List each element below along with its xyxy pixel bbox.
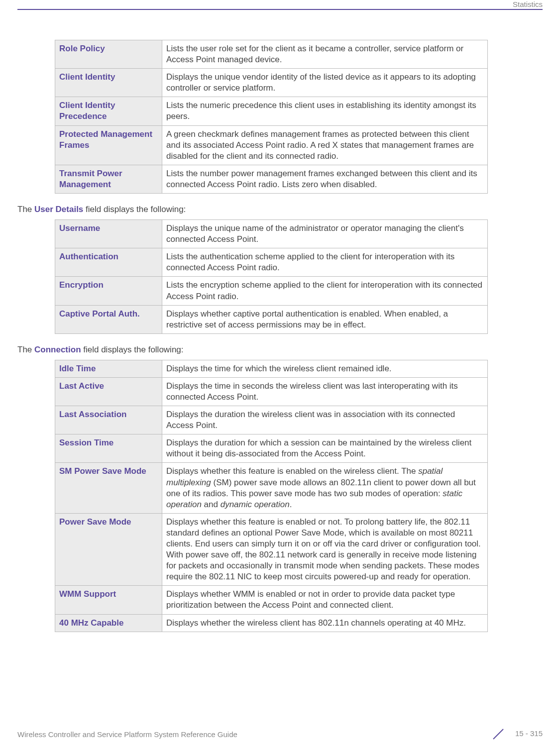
section-connection-intro: The Connection field displays the follow… (17, 345, 543, 355)
svg-line-0 (493, 729, 503, 739)
footer-right-group: 15 - 315 (489, 727, 543, 741)
desc-cell: Displays whether WMM is enabled or not i… (162, 586, 488, 614)
table-row: Last ActiveDisplays the time in seconds … (55, 377, 488, 406)
section2-prefix: The (17, 345, 34, 354)
page-content: Role PolicyLists the user role set for t… (17, 40, 543, 642)
term-cell: Encryption (55, 277, 162, 305)
desc-cell: Lists the encryption scheme applied to t… (162, 277, 488, 305)
term-cell: Last Association (55, 406, 162, 434)
desc-cell: Lists the numeric precedence this client… (162, 97, 488, 125)
term-cell: Role Policy (55, 40, 162, 69)
table-row: Role PolicyLists the user role set for t… (55, 40, 488, 69)
desc-cell: Lists the authentication scheme applied … (162, 248, 488, 277)
term-cell: 40 MHz Capable (55, 614, 162, 632)
term-cell: Client Identity Precedence (55, 97, 162, 125)
footer-page-number: 15 - 315 (515, 729, 543, 738)
footer-left: Wireless Controller and Service Platform… (17, 730, 237, 739)
table-row: EncryptionLists the encryption scheme ap… (55, 277, 488, 305)
table-row: Idle TimeDisplays the time for which the… (55, 360, 488, 377)
slash-icon (489, 727, 507, 741)
desc-cell: Displays whether captive portal authenti… (162, 305, 488, 333)
term-cell: Protected Management Frames (55, 125, 162, 165)
table-row: 40 MHz CapableDisplays whether the wirel… (55, 614, 488, 632)
desc-cell: A green checkmark defines management fra… (162, 125, 488, 165)
header-rule (17, 9, 543, 10)
section1-prefix: The (17, 205, 34, 214)
table-row: Captive Portal Auth.Displays whether cap… (55, 305, 488, 333)
desc-cell: Lists the number power management frames… (162, 165, 488, 193)
table1-body: Role PolicyLists the user role set for t… (55, 40, 488, 194)
term-cell: Username (55, 220, 162, 248)
term-cell: Power Save Mode (55, 513, 162, 586)
section1-suffix: field displays the following: (83, 205, 186, 214)
term-cell: Idle Time (55, 360, 162, 377)
table-connection: Idle TimeDisplays the time for which the… (55, 360, 488, 632)
section1-bold: User Details (34, 205, 83, 214)
table-row: AuthenticationLists the authentication s… (55, 248, 488, 277)
term-cell: SM Power Save Mode (55, 463, 162, 513)
desc-cell: Displays the unique name of the administ… (162, 220, 488, 248)
desc-cell: Displays the unique vendor identity of t… (162, 69, 488, 97)
desc-cell: Displays the time for which the wireless… (162, 360, 488, 377)
table-row: Session TimeDisplays the duration for wh… (55, 434, 488, 463)
table-row: Protected Management FramesA green check… (55, 125, 488, 165)
desc-cell: Displays the duration the wireless clien… (162, 406, 488, 434)
desc-cell: Displays whether this feature is enabled… (162, 513, 488, 586)
table-row: WMM SupportDisplays whether WMM is enabl… (55, 586, 488, 614)
table-user-details: UsernameDisplays the unique name of the … (55, 219, 488, 334)
term-cell: Captive Portal Auth. (55, 305, 162, 333)
desc-cell: Displays whether this feature is enabled… (162, 463, 488, 513)
term-cell: Session Time (55, 434, 162, 463)
table-client-properties: Role PolicyLists the user role set for t… (55, 40, 488, 194)
section-user-details-intro: The User Details field displays the foll… (17, 205, 543, 215)
table3-body: Idle TimeDisplays the time for which the… (55, 360, 488, 632)
table-row: Client Identity PrecedenceLists the nume… (55, 97, 488, 125)
desc-cell: Displays the duration for which a sessio… (162, 434, 488, 463)
page-footer: Wireless Controller and Service Platform… (17, 727, 543, 741)
section2-bold: Connection (34, 345, 81, 354)
desc-cell: Displays whether the wireless client has… (162, 614, 488, 632)
table-row: Last AssociationDisplays the duration th… (55, 406, 488, 434)
desc-cell: Lists the user role set for the client a… (162, 40, 488, 69)
term-cell: Transmit Power Management (55, 165, 162, 193)
term-cell: Last Active (55, 377, 162, 406)
section2-suffix: field displays the following: (81, 345, 184, 354)
term-cell: Client Identity (55, 69, 162, 97)
header-section-label: Statistics (513, 0, 543, 8)
desc-cell: Displays the time in seconds the wireles… (162, 377, 488, 406)
table-row: Transmit Power ManagementLists the numbe… (55, 165, 488, 193)
term-cell: WMM Support (55, 586, 162, 614)
table-row: Power Save ModeDisplays whether this fea… (55, 513, 488, 586)
table-row: UsernameDisplays the unique name of the … (55, 220, 488, 248)
table-row: SM Power Save ModeDisplays whether this … (55, 463, 488, 513)
term-cell: Authentication (55, 248, 162, 277)
table2-body: UsernameDisplays the unique name of the … (55, 220, 488, 334)
table-row: Client IdentityDisplays the unique vendo… (55, 69, 488, 97)
